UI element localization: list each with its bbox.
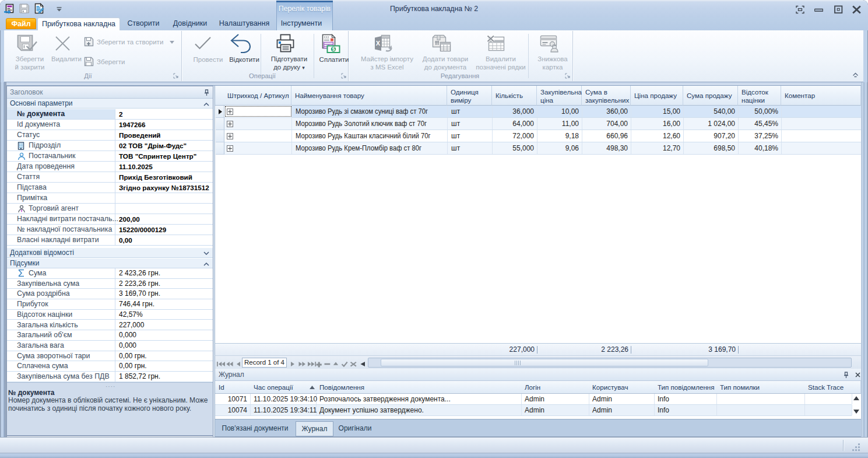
- svg-text:X: X: [376, 40, 381, 47]
- svg-text:$: $: [332, 46, 335, 52]
